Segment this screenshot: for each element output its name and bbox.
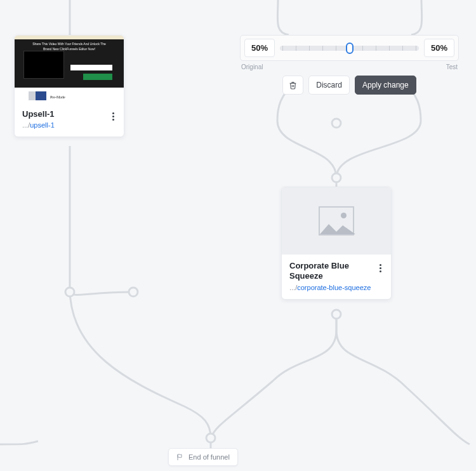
- slider-handle[interactable]: [346, 43, 354, 54]
- end-of-funnel-label: End of funnel: [188, 453, 230, 461]
- split-test-panel: 50% 50% Original Test Discard Apply chan…: [240, 35, 459, 95]
- image-placeholder-icon: [319, 206, 354, 236]
- apply-change-button[interactable]: Apply change: [355, 76, 416, 95]
- trash-icon: [289, 81, 297, 90]
- svg-point-3: [332, 173, 341, 182]
- more-menu-icon[interactable]: [374, 261, 386, 275]
- traffic-split-slider[interactable]: [280, 44, 419, 52]
- step-title: Corporate Blue Squeeze: [289, 261, 383, 282]
- svg-point-2: [332, 119, 341, 128]
- discard-button[interactable]: Discard: [308, 76, 350, 95]
- funnel-step-upsell[interactable]: Share This Video With Your Friends And U…: [14, 35, 124, 137]
- split-label-test: Test: [446, 63, 458, 70]
- step-thumbnail: Share This Video With Your Friends And U…: [15, 36, 124, 103]
- split-labels: Original Test: [240, 62, 459, 70]
- split-left-percent: 50%: [244, 39, 275, 57]
- step-title: Upsell-1: [22, 109, 116, 119]
- end-of-funnel-node[interactable]: End of funnel: [168, 448, 238, 466]
- more-menu-icon[interactable]: [107, 109, 119, 123]
- svg-point-0: [65, 288, 74, 296]
- funnel-step-corporate[interactable]: Corporate Blue Squeeze .../corporate-blu…: [281, 187, 392, 300]
- flag-icon: [176, 453, 184, 461]
- step-thumbnail: [282, 187, 391, 255]
- thumb-headline-1: Share This Video With Your Friends And U…: [15, 42, 124, 46]
- split-row: 50% 50%: [240, 35, 459, 61]
- split-actions: Discard Apply change: [240, 76, 459, 95]
- step-url[interactable]: .../corporate-blue-squeeze: [289, 284, 383, 291]
- svg-point-1: [129, 288, 138, 296]
- delete-button[interactable]: [282, 76, 303, 95]
- split-label-original: Original: [241, 63, 263, 70]
- svg-point-5: [206, 434, 215, 442]
- svg-point-4: [332, 310, 341, 319]
- thumb-footer-text: Pre-Made: [50, 95, 65, 99]
- step-url[interactable]: .../upsell-1: [22, 121, 116, 129]
- split-right-percent: 50%: [424, 39, 454, 57]
